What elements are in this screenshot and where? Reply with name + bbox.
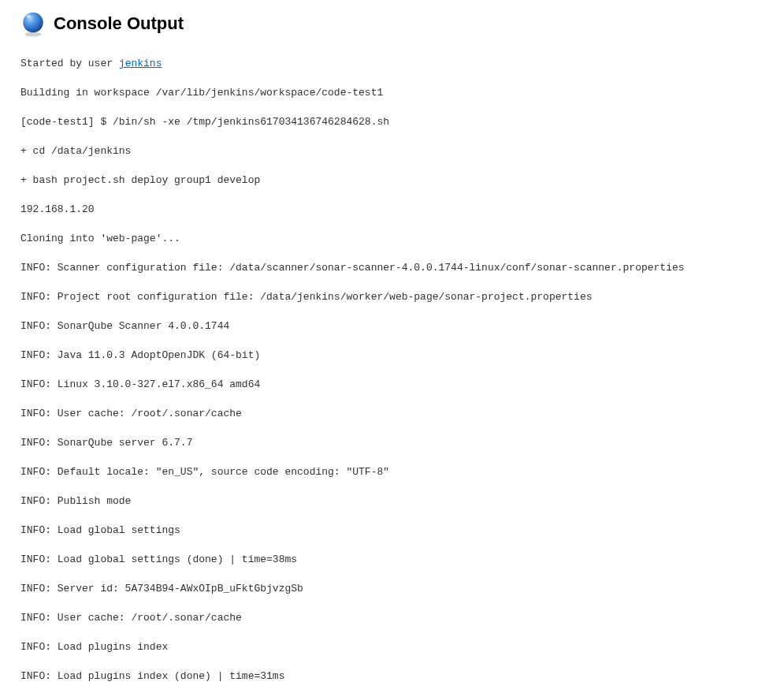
- started-by-prefix: Started by user: [20, 58, 119, 69]
- console-line: INFO: Java 11.0.3 AdoptOpenJDK (64-bit): [20, 348, 784, 363]
- console-line: INFO: SonarQube Scanner 4.0.0.1744: [20, 319, 784, 334]
- console-line: Cloning into 'web-page'...: [20, 232, 784, 247]
- console-line: INFO: Load plugins index: [20, 640, 784, 655]
- console-line: Building in workspace /var/lib/jenkins/w…: [20, 86, 784, 101]
- svg-point-0: [25, 32, 42, 37]
- svg-point-2: [25, 14, 36, 23]
- console-line: INFO: Server id: 5A734B94-AWxOIpB_uFktGb…: [20, 582, 784, 597]
- console-line: INFO: Scanner configuration file: /data/…: [20, 261, 784, 276]
- jenkins-user-link[interactable]: jenkins: [119, 58, 162, 69]
- console-line-started: Started by user jenkins: [20, 57, 784, 72]
- console-line: + cd /data/jenkins: [20, 144, 784, 159]
- console-line: INFO: Project root configuration file: /…: [20, 290, 784, 305]
- page-title: Console Output: [54, 13, 184, 34]
- console-line: [code-test1] $ /bin/sh -xe /tmp/jenkins6…: [20, 115, 784, 130]
- console-line: INFO: Load plugins index (done) | time=3…: [20, 669, 784, 682]
- console-line: INFO: Linux 3.10.0-327.el7.x86_64 amd64: [20, 378, 784, 393]
- console-line: INFO: User cache: /root/.sonar/cache: [20, 611, 784, 626]
- console-line: INFO: Default locale: "en_US", source co…: [20, 465, 784, 480]
- console-output: Started by user jenkins Building in work…: [19, 57, 784, 682]
- console-line: 192.168.1.20: [20, 203, 784, 218]
- console-line: INFO: Load global settings: [20, 524, 784, 539]
- console-line: INFO: User cache: /root/.sonar/cache: [20, 407, 784, 422]
- page-header: Console Output: [19, 9, 784, 38]
- blue-ball-icon: [19, 9, 47, 38]
- console-line: + bash project.sh deploy group1 develop: [20, 173, 784, 188]
- console-line: INFO: Publish mode: [20, 494, 784, 509]
- console-line: INFO: Load global settings (done) | time…: [20, 553, 784, 568]
- console-line: INFO: SonarQube server 6.7.7: [20, 436, 784, 451]
